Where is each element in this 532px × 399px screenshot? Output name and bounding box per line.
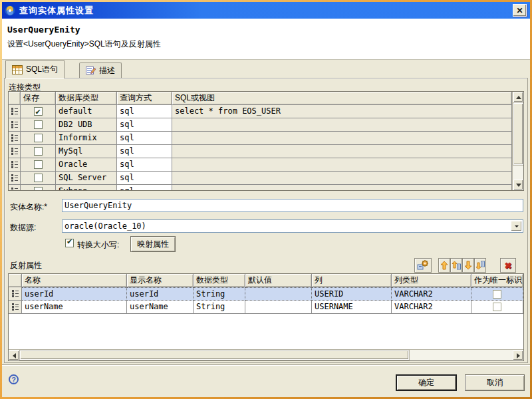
save-checkbox-cell[interactable] [21, 172, 56, 185]
col-column[interactable]: 列 [312, 274, 392, 287]
map-attributes-tool-button[interactable] [414, 258, 432, 273]
save-checkbox-cell[interactable] [21, 132, 56, 145]
row-handle-icon[interactable] [9, 118, 21, 132]
column-cell[interactable]: USERID [312, 287, 392, 301]
table-row[interactable]: default sql select * from EOS_USER [9, 105, 512, 118]
move-up-button[interactable] [438, 258, 450, 273]
col-default-value[interactable]: 默认值 [245, 274, 312, 287]
save-checkbox[interactable] [34, 174, 43, 182]
delete-button[interactable]: ✖ [500, 258, 516, 273]
col-display-name[interactable]: 显示名称 [127, 274, 194, 287]
db-type-cell[interactable]: DB2 UDB [56, 118, 117, 132]
sql-cell[interactable] [172, 158, 512, 172]
column-type-cell[interactable]: VARCHAR2 [392, 287, 471, 301]
sql-cell[interactable] [172, 118, 512, 132]
query-mode-cell[interactable]: sql [117, 185, 172, 191]
col-name[interactable]: 名称 [22, 274, 127, 287]
scrollbar-thumb[interactable] [513, 103, 523, 165]
col-save[interactable]: 保存 [21, 92, 56, 105]
tab-sql[interactable]: SQL语句 [5, 60, 65, 78]
save-checkbox-cell[interactable] [21, 158, 56, 172]
display-name-cell[interactable]: userId [127, 287, 194, 301]
title-bar[interactable]: 查询实体属性设置 ✕ [2, 2, 530, 19]
name-cell[interactable]: userName [22, 301, 127, 314]
combo-dropdown-button[interactable] [511, 221, 522, 231]
row-handle-icon[interactable] [9, 132, 21, 145]
name-cell[interactable]: userId [22, 287, 127, 301]
sql-cell[interactable] [172, 172, 512, 185]
unique-checkbox-cell[interactable] [471, 287, 523, 301]
sql-cell[interactable] [172, 185, 512, 191]
tab-description[interactable]: 描述 [79, 63, 122, 78]
row-handle-icon[interactable] [9, 158, 21, 172]
row-handle-icon[interactable] [9, 145, 21, 158]
column-cell[interactable]: USERNAME [312, 301, 392, 314]
col-db-type[interactable]: 数据库类型 [56, 92, 117, 105]
data-type-cell[interactable]: String [194, 301, 245, 314]
cancel-button[interactable]: 取消 [465, 374, 525, 391]
unique-checkbox[interactable] [493, 290, 501, 299]
db-type-cell[interactable]: Oracle [56, 158, 117, 172]
scroll-down-button[interactable] [513, 180, 523, 190]
save-checkbox[interactable] [34, 134, 43, 142]
scrollbar-thumb[interactable] [20, 350, 409, 360]
table-row[interactable]: SQL Server sql [9, 172, 512, 185]
move-bottom-button[interactable] [474, 258, 486, 273]
col-data-type[interactable]: 数据类型 [194, 274, 245, 287]
row-handle-icon[interactable] [9, 287, 22, 301]
datasource-combo[interactable]: oracle(Oracle_10) [62, 219, 523, 233]
entity-name-input[interactable]: UserQueryEnity [62, 199, 523, 212]
scroll-right-button[interactable] [513, 350, 523, 360]
column-type-cell[interactable]: VARCHAR2 [392, 301, 471, 314]
row-handle-icon[interactable] [9, 105, 21, 118]
db-type-cell[interactable]: SQL Server [56, 172, 117, 185]
save-checkbox-cell[interactable] [21, 185, 56, 191]
scroll-up-button[interactable] [513, 92, 523, 102]
db-type-cell[interactable]: MySql [56, 145, 117, 158]
col-unique-id[interactable]: 作为唯一标识 [471, 274, 523, 287]
query-mode-cell[interactable]: sql [117, 105, 172, 118]
unique-checkbox[interactable] [493, 303, 501, 311]
table-row[interactable]: Sybase sql [9, 185, 512, 191]
save-checkbox[interactable] [34, 187, 43, 191]
horizontal-scrollbar[interactable] [9, 349, 523, 360]
row-handle-icon[interactable] [9, 172, 21, 185]
uppercase-checkbox[interactable] [65, 239, 74, 247]
table-row[interactable]: userName userName String USERNAME VARCHA… [9, 301, 523, 314]
query-mode-cell[interactable]: sql [117, 158, 172, 172]
query-mode-cell[interactable]: sql [117, 172, 172, 185]
move-down-button[interactable] [462, 258, 474, 273]
sql-cell[interactable]: select * from EOS_USER [172, 105, 512, 118]
query-mode-cell[interactable]: sql [117, 118, 172, 132]
sql-cell[interactable] [172, 145, 512, 158]
save-checkbox[interactable] [34, 147, 43, 156]
db-type-cell[interactable]: default [56, 105, 117, 118]
ok-button[interactable]: 确定 [396, 374, 457, 391]
scroll-left-button[interactable] [9, 350, 19, 360]
row-handle-icon[interactable] [9, 185, 21, 191]
table-row-selected[interactable]: userId userId String USERID VARCHAR2 [9, 287, 523, 301]
map-properties-button[interactable]: 映射属性 [130, 236, 176, 252]
col-column-type[interactable]: 列类型 [392, 274, 471, 287]
col-sql-view[interactable]: SQL或视图 [172, 92, 512, 105]
help-button[interactable]: ? [9, 374, 19, 384]
vertical-scrollbar[interactable] [512, 92, 523, 190]
save-checkbox[interactable] [34, 160, 43, 169]
sql-cell[interactable] [172, 132, 512, 145]
db-type-cell[interactable]: Sybase [56, 185, 117, 191]
save-checkbox[interactable] [34, 107, 43, 116]
table-row[interactable]: MySql sql [9, 145, 512, 158]
data-type-cell[interactable]: String [194, 287, 245, 301]
save-checkbox-cell[interactable] [21, 105, 56, 118]
default-value-cell[interactable] [245, 287, 312, 301]
db-type-cell[interactable]: Informix [56, 132, 117, 145]
save-checkbox-cell[interactable] [21, 118, 56, 132]
save-checkbox[interactable] [34, 120, 43, 129]
display-name-cell[interactable]: userName [127, 301, 194, 314]
move-top-button[interactable] [450, 258, 462, 273]
unique-checkbox-cell[interactable] [471, 301, 523, 314]
col-query-mode[interactable]: 查询方式 [117, 92, 172, 105]
table-row[interactable]: Informix sql [9, 132, 512, 145]
row-handle-icon[interactable] [9, 301, 22, 314]
close-button[interactable]: ✕ [513, 4, 527, 17]
